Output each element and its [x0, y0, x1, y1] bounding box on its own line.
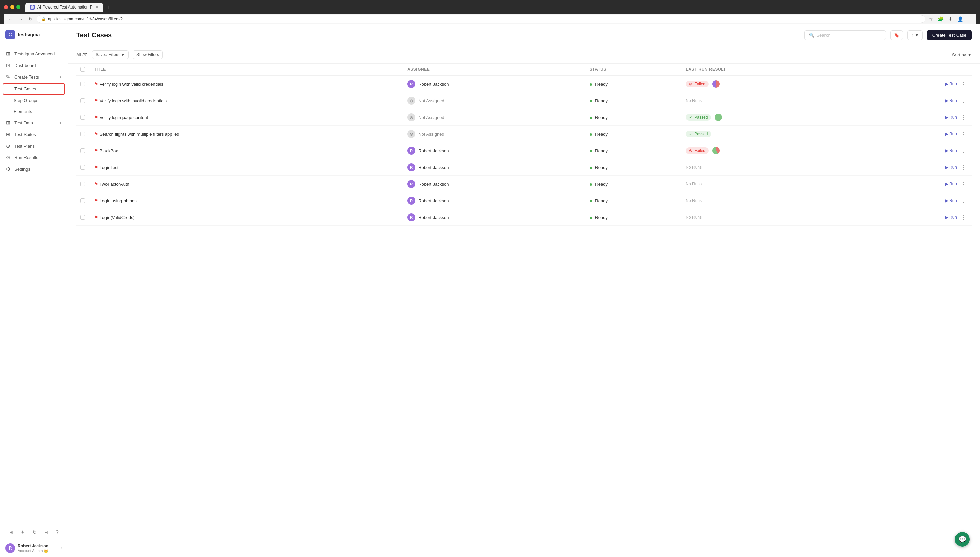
- show-filters-button[interactable]: Show Filters: [133, 50, 163, 59]
- sidebar-item-dashboard[interactable]: ⊡ Dashboard: [0, 60, 68, 71]
- result-no-runs: No Runs: [686, 215, 702, 220]
- refresh-icon[interactable]: ↻: [31, 528, 38, 536]
- tab-close-button[interactable]: ✕: [95, 5, 98, 10]
- more-options-button[interactable]: ⋮: [960, 197, 968, 204]
- menu-icon[interactable]: ⋮: [967, 16, 973, 23]
- forward-button[interactable]: →: [17, 16, 24, 23]
- status-label: Ready: [595, 198, 608, 204]
- row-checkbox[interactable]: [80, 198, 85, 203]
- minimize-window-button[interactable]: [10, 5, 14, 9]
- row-checkbox[interactable]: [80, 115, 85, 120]
- new-tab-button[interactable]: +: [106, 4, 109, 10]
- sidebar-sub-item-test-cases[interactable]: Test Cases: [3, 83, 65, 95]
- sidebar-label-dashboard: Dashboard: [14, 63, 36, 68]
- logo-icon: [5, 30, 15, 39]
- sidebar-footer[interactable]: R Robert Jackson Account Admin 👑 ›: [0, 539, 68, 557]
- run-button[interactable]: ▶ Run: [945, 132, 957, 136]
- avatar: R: [5, 543, 15, 553]
- test-case-title[interactable]: TwoFactorAuth: [100, 182, 129, 187]
- more-options-button[interactable]: ⋮: [960, 98, 968, 104]
- reload-button[interactable]: ↻: [27, 16, 34, 23]
- sidebar-sub-item-step-groups[interactable]: Step Groups: [3, 95, 65, 106]
- result-badge-passed: ✓ Passed: [686, 114, 711, 121]
- assignee-name: Not Assigned: [418, 132, 444, 137]
- more-options-button[interactable]: ⋮: [960, 181, 968, 187]
- row-checkbox[interactable]: [80, 148, 85, 153]
- run-button[interactable]: ▶ Run: [945, 215, 957, 220]
- sidebar-item-apps[interactable]: ⊞ Testsigma Advanced...: [0, 48, 68, 60]
- test-case-title[interactable]: Login(ValidCreds): [100, 215, 135, 220]
- test-case-title[interactable]: Verify login with valid credentials: [100, 81, 163, 87]
- bookmark-header-button[interactable]: 🔖: [890, 30, 903, 40]
- result-chart: [712, 147, 720, 155]
- more-options-button[interactable]: ⋮: [960, 164, 968, 171]
- run-button[interactable]: ▶ Run: [945, 148, 957, 153]
- run-button[interactable]: ▶ Run: [945, 182, 957, 186]
- sidebar-sub-item-elements[interactable]: Elements: [3, 106, 65, 117]
- row-checkbox[interactable]: [80, 215, 85, 220]
- create-test-case-button[interactable]: Create Test Case: [927, 30, 972, 41]
- run-button[interactable]: ▶ Run: [945, 81, 957, 86]
- maximize-window-button[interactable]: [16, 5, 20, 9]
- status-dot: [590, 117, 592, 119]
- test-case-title[interactable]: LoginTest: [100, 165, 119, 170]
- sidebar-item-test-suites[interactable]: ⊞ Test Suites: [0, 129, 68, 140]
- status-label: Ready: [595, 81, 608, 87]
- table-row: ⚑ Search flights with multiple filters a…: [76, 126, 972, 142]
- close-window-button[interactable]: [4, 5, 8, 9]
- puzzle-icon[interactable]: ✦: [20, 528, 26, 536]
- extensions-icon[interactable]: 🧩: [937, 16, 944, 23]
- sort-by-button[interactable]: Sort by ▼: [952, 52, 972, 57]
- test-case-title[interactable]: Login using ph nos: [100, 198, 137, 204]
- more-options-button[interactable]: ⋮: [960, 114, 968, 121]
- user-menu-chevron-icon: ›: [61, 546, 62, 550]
- help-icon[interactable]: ?: [54, 528, 60, 536]
- profile-icon[interactable]: 👤: [957, 16, 964, 23]
- test-data-expand-icon: ▼: [59, 121, 62, 125]
- run-button[interactable]: ▶ Run: [945, 198, 957, 203]
- widget-icon[interactable]: ⊟: [43, 528, 50, 536]
- row-checkbox[interactable]: [80, 98, 85, 103]
- assignee-name: Robert Jackson: [418, 148, 449, 153]
- sidebar-label-create-tests: Create Tests: [14, 75, 39, 80]
- sidebar-item-create-tests[interactable]: ✎ Create Tests ▲: [0, 71, 68, 83]
- sidebar-item-test-data[interactable]: ⊞ Test Data ▼: [0, 117, 68, 129]
- url-field[interactable]: 🔒 app.testsigma.com/ui/td/34/cases/filte…: [37, 15, 925, 23]
- run-button[interactable]: ▶ Run: [945, 115, 957, 120]
- download-icon[interactable]: ⬇: [948, 16, 953, 23]
- active-tab[interactable]: AI Powered Test Automation P ✕: [25, 3, 103, 11]
- row-checkbox[interactable]: [80, 132, 85, 136]
- back-button[interactable]: ←: [7, 16, 14, 23]
- test-cases-table: Title Assignee Status Last Run Result ⚑ …: [76, 64, 972, 226]
- run-button[interactable]: ▶ Run: [945, 98, 957, 103]
- saved-filters-button[interactable]: Saved Filters ▼: [92, 50, 129, 59]
- search-box[interactable]: 🔍: [804, 30, 886, 40]
- run-button[interactable]: ▶ Run: [945, 165, 957, 170]
- chat-fab-button[interactable]: 💬: [955, 532, 970, 547]
- grid-icon[interactable]: ⊞: [8, 528, 15, 536]
- row-checkbox[interactable]: [80, 182, 85, 186]
- priority-icon: ⚑: [94, 148, 98, 153]
- test-case-title[interactable]: Search flights with multiple filters app…: [100, 132, 179, 137]
- status-cell: Ready: [590, 182, 608, 187]
- test-case-title[interactable]: BlackBox: [100, 148, 118, 153]
- search-input[interactable]: [816, 33, 882, 38]
- more-options-button[interactable]: ⋮: [960, 214, 968, 221]
- sidebar-item-settings[interactable]: ⚙ Settings: [0, 163, 68, 175]
- sidebar-item-test-plans[interactable]: ⊙ Test Plans: [0, 140, 68, 151]
- svg-point-0: [31, 5, 34, 9]
- more-options-button[interactable]: ⋮: [960, 81, 968, 87]
- share-header-button[interactable]: ↑ ▼: [907, 30, 923, 40]
- sidebar-label-settings: Settings: [14, 167, 30, 172]
- sidebar-item-run-results[interactable]: ⊙ Run Results: [0, 151, 68, 163]
- row-checkbox[interactable]: [80, 81, 85, 86]
- test-case-title[interactable]: Verify login page content: [100, 115, 148, 120]
- select-all-checkbox[interactable]: [80, 67, 85, 72]
- more-options-button[interactable]: ⋮: [960, 148, 968, 154]
- row-checkbox[interactable]: [80, 165, 85, 170]
- test-case-title[interactable]: Verify login with invalid credentials: [100, 98, 167, 103]
- table-header: Title Assignee Status Last Run Result: [76, 64, 972, 75]
- bookmark-icon[interactable]: ☆: [928, 16, 934, 23]
- more-options-button[interactable]: ⋮: [960, 131, 968, 137]
- no-assignee-icon: ⊘: [407, 130, 415, 138]
